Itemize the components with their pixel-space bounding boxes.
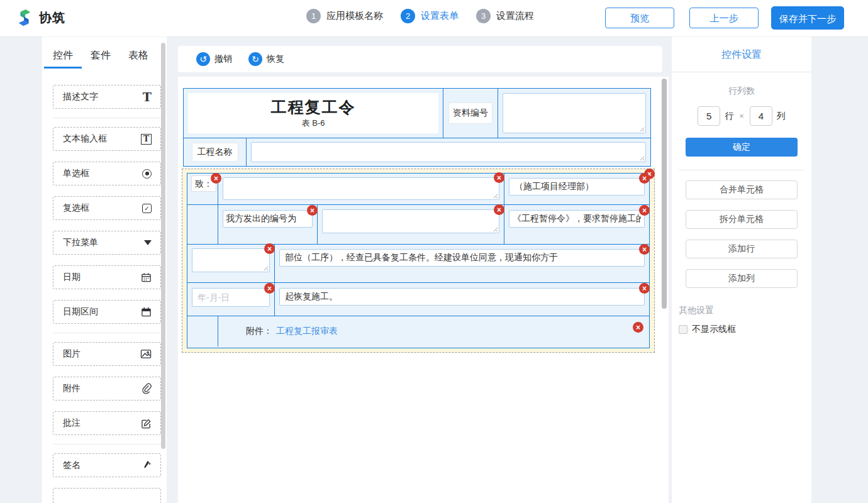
project-name-input-cell	[246, 138, 650, 166]
step-template-name[interactable]: 1 应用模板名称	[306, 9, 383, 23]
control-item-signature[interactable]: 签名	[53, 453, 161, 477]
empty-cell	[187, 205, 218, 244]
delete-icon[interactable]	[639, 173, 650, 184]
delete-icon[interactable]	[494, 204, 504, 215]
to-textarea[interactable]	[223, 177, 499, 200]
issued-suffix-cell	[504, 205, 649, 244]
add-col-button[interactable]: 添加列	[686, 269, 798, 288]
signature-icon	[142, 460, 152, 471]
confirm-button[interactable]: 确定	[686, 138, 798, 157]
checkbox-icon: ✓	[142, 204, 152, 213]
app: 协筑 1 应用模板名称 2 设置表单 3 设置流程 预览 上一步 保存并下一步 …	[0, 0, 868, 503]
text-input-icon: T	[141, 134, 152, 145]
table-row	[187, 282, 649, 316]
hide-border-option[interactable]: 不显示线框	[679, 324, 811, 335]
attachment-link[interactable]: 工程复工报审表	[276, 326, 338, 337]
annotation-icon	[141, 418, 152, 429]
delete-icon[interactable]	[639, 244, 650, 255]
control-item-checkbox[interactable]: 复选框 ✓	[53, 196, 161, 220]
condition-text-input[interactable]	[279, 249, 645, 267]
control-item-date[interactable]: 日期	[53, 265, 161, 289]
table-row	[187, 244, 649, 282]
undo-icon: ↺	[196, 52, 210, 66]
step-label: 设置流程	[496, 10, 534, 22]
control-item-partial[interactable]	[53, 488, 161, 503]
add-row-button[interactable]: 添加行	[686, 240, 798, 258]
delete-icon[interactable]	[211, 173, 221, 184]
doc-no-textarea[interactable]	[503, 93, 646, 133]
restart-date-input[interactable]	[192, 288, 270, 307]
to-label-cell: 致：	[187, 174, 218, 204]
control-item-attachment[interactable]: 附件	[53, 377, 161, 401]
doc-no-input-cell	[498, 89, 650, 138]
project-name-cell: 工程名称	[184, 138, 246, 166]
controls-sidebar: 控件 套件 表格 描述文字 T 文本输入框 T 单选框 复选框 ✓	[41, 36, 167, 503]
delete-icon[interactable]	[264, 283, 275, 294]
project-name-label[interactable]: 工程名称	[192, 143, 238, 162]
times-sign: ×	[738, 111, 745, 121]
date-icon	[141, 272, 152, 283]
empty-cell	[187, 316, 218, 346]
to-input-cell	[218, 174, 504, 204]
delete-icon[interactable]	[633, 322, 643, 333]
issued-suffix-input[interactable]	[509, 210, 645, 228]
tab-tables[interactable]: 表格	[128, 49, 148, 69]
control-item-image[interactable]: 图片	[53, 342, 161, 366]
step-flow-setup[interactable]: 3 设置流程	[476, 9, 534, 23]
cols-input[interactable]	[750, 106, 772, 126]
divider	[53, 333, 161, 333]
delete-icon[interactable]	[264, 243, 275, 254]
redo-icon: ↻	[248, 52, 262, 66]
doc-no-label[interactable]: 资料编号	[448, 102, 492, 124]
delete-icon[interactable]	[639, 205, 650, 216]
tab-controls[interactable]: 控件	[53, 49, 73, 69]
preview-button[interactable]: 预览	[605, 8, 674, 28]
to-suffix-cell	[504, 174, 649, 204]
resume-text-cell	[274, 283, 649, 316]
resume-text-input[interactable]	[279, 288, 645, 306]
doc-no-cell: 资料编号	[443, 89, 498, 138]
part-textarea[interactable]	[192, 248, 270, 272]
redo-button[interactable]: ↻ 恢复	[248, 52, 284, 66]
control-item-date-range[interactable]: 日期区间	[53, 300, 161, 324]
rows-input[interactable]	[698, 106, 720, 126]
text-icon: T	[143, 91, 152, 103]
issued-lead-input[interactable]	[223, 210, 313, 228]
divider	[53, 444, 161, 445]
selected-region[interactable]: 致：	[182, 169, 655, 353]
tab-kits[interactable]: 套件	[91, 49, 111, 69]
table-row	[187, 204, 649, 244]
control-item-description-text[interactable]: 描述文字 T	[53, 85, 161, 109]
form-canvas: 工程复工令 表 B-6 资料编号 工程名称	[178, 77, 669, 503]
issued-lead-cell	[218, 205, 317, 244]
sidebar-scrollbar[interactable]	[161, 43, 165, 449]
image-icon	[140, 349, 152, 359]
delete-icon[interactable]	[307, 205, 318, 216]
control-item-annotation[interactable]: 批注	[53, 411, 161, 435]
cols-unit: 列	[777, 111, 786, 122]
date-range-icon	[141, 307, 152, 318]
delete-icon[interactable]	[639, 283, 650, 294]
divider	[53, 118, 161, 118]
step-form-setup[interactable]: 2 设置表单	[401, 9, 459, 23]
control-item-radio[interactable]: 单选框	[53, 162, 161, 185]
form-title-box[interactable]: 工程复工令 表 B-6	[188, 93, 438, 133]
project-name-textarea[interactable]	[251, 142, 646, 162]
save-next-button[interactable]: 保存并下一步	[771, 6, 844, 30]
part-input-cell	[187, 245, 274, 282]
to-suffix-input[interactable]	[509, 178, 645, 196]
previous-step-button[interactable]: 上一步	[689, 8, 759, 28]
issued-no-textarea[interactable]	[322, 209, 499, 233]
hide-border-checkbox[interactable]	[679, 325, 687, 334]
control-item-dropdown[interactable]: 下拉菜单	[53, 231, 161, 255]
table-row: 致：	[187, 174, 649, 204]
split-cells-button[interactable]: 拆分单元格	[686, 210, 798, 229]
selected-table: 致：	[187, 173, 650, 348]
merge-cells-button[interactable]: 合并单元格	[686, 180, 798, 199]
sidebar-items: 描述文字 T 文本输入框 T 单选框 复选框 ✓ 下拉菜单 日期	[53, 85, 161, 503]
undo-button[interactable]: ↺ 撤销	[196, 52, 232, 66]
delete-icon[interactable]	[494, 172, 504, 183]
rows-unit: 行	[725, 111, 733, 122]
control-item-text-input[interactable]: 文本输入框 T	[53, 127, 161, 151]
canvas-scrollbar[interactable]	[662, 79, 667, 309]
